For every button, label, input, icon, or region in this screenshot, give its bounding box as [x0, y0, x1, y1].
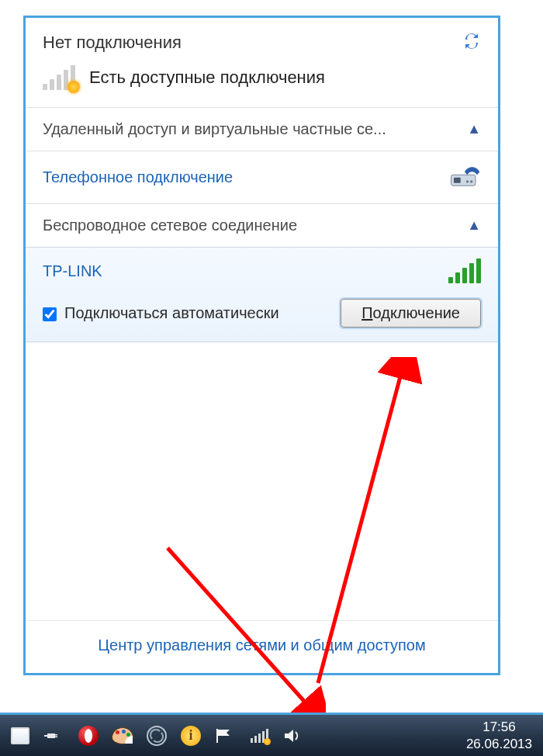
chevron-up-icon: ▲ — [467, 121, 481, 137]
svg-point-3 — [466, 180, 469, 183]
wifi-item-body: Подключаться автоматически Подключение — [26, 291, 498, 342]
tray-app-icon[interactable] — [9, 725, 31, 747]
network-tray-icon[interactable] — [248, 725, 270, 747]
signal-alert-icon — [43, 65, 75, 90]
taskbar-clock[interactable]: 17:56 26.06.2013 — [466, 719, 537, 752]
action-center-flag-icon[interactable] — [214, 725, 236, 747]
chevron-up-icon: ▲ — [467, 217, 481, 234]
signal-strength-icon — [448, 258, 481, 283]
clock-date: 26.06.2013 — [466, 736, 532, 752]
dialup-link[interactable]: Телефонное подключение — [43, 168, 233, 186]
svg-rect-6 — [55, 734, 57, 736]
refresh-icon[interactable] — [462, 32, 481, 53]
wifi-network-item[interactable]: TP-LINK Подключаться автоматически Подкл… — [26, 247, 498, 342]
available-connections-row: Есть доступные подключения — [26, 61, 498, 107]
volume-icon[interactable] — [282, 725, 304, 747]
wifi-item-header: TP-LINK — [26, 248, 498, 291]
svg-point-2 — [470, 180, 473, 183]
vpn-section-header[interactable]: Удаленный доступ и виртуальные частные с… — [26, 107, 498, 151]
power-plug-icon[interactable] — [43, 725, 65, 747]
taskbar: i 17:56 26.06.2013 — [0, 713, 543, 756]
connection-status-title: Нет подключения — [43, 33, 182, 53]
auto-connect-label[interactable]: Подключаться автоматически — [43, 304, 279, 322]
flyout-spacer — [26, 342, 498, 620]
vpn-section-label: Удаленный доступ и виртуальные частные с… — [43, 120, 386, 138]
available-connections-text: Есть доступные подключения — [89, 68, 325, 88]
clock-time: 17:56 — [466, 719, 532, 735]
phone-modem-icon — [448, 162, 481, 192]
flyout-footer: Центр управления сетями и общим доступом — [26, 620, 498, 673]
info-badge-icon[interactable]: i — [180, 725, 202, 747]
opera-icon[interactable] — [78, 725, 99, 747]
wireless-section-header[interactable]: Беспроводное сетевое соединение ▲ — [26, 203, 498, 247]
network-flyout: Нет подключения Есть доступные подключен… — [23, 16, 500, 675]
connect-button[interactable]: Подключение — [341, 299, 481, 328]
wifi-ssid: TP-LINK — [43, 262, 102, 280]
svg-rect-7 — [55, 736, 57, 737]
flyout-header: Нет подключения — [26, 18, 498, 61]
paint-palette-icon[interactable] — [112, 725, 133, 747]
auto-connect-checkbox[interactable] — [43, 307, 57, 321]
wireless-section-label: Беспроводное сетевое соединение — [43, 217, 297, 234]
svg-rect-1 — [454, 178, 461, 183]
network-center-link[interactable]: Центр управления сетями и общим доступом — [98, 636, 426, 654]
auto-connect-text: Подключаться автоматически — [64, 304, 279, 322]
system-tray: i — [9, 725, 304, 747]
dialup-row[interactable]: Телефонное подключение — [26, 151, 498, 203]
sync-icon[interactable] — [146, 725, 168, 747]
